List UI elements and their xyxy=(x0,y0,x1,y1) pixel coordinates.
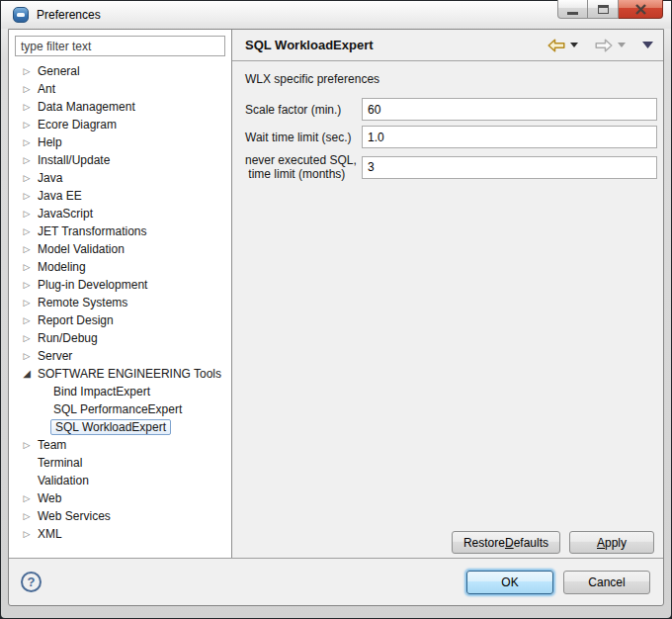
window-controls xyxy=(557,0,663,19)
tree-item-install-update[interactable]: ▷ Install/Update xyxy=(9,151,231,169)
view-menu-icon[interactable] xyxy=(642,42,653,48)
tree-item-team[interactable]: ▷ Team xyxy=(9,436,231,454)
back-icon[interactable] xyxy=(547,39,565,52)
tree-item-java[interactable]: ▷ Java xyxy=(9,169,231,187)
apply-button[interactable]: Apply xyxy=(569,531,654,554)
tree-item-terminal[interactable]: Terminal xyxy=(9,454,231,472)
twisty-collapsed-icon[interactable]: ▷ xyxy=(19,222,35,240)
maximize-button[interactable] xyxy=(588,0,619,19)
tree-item-bind-impactexpert[interactable]: Bind ImpactExpert xyxy=(9,383,231,400)
never-executed-sql-label: never executed SQL, time limit (months) xyxy=(245,153,362,181)
twisty-collapsed-icon[interactable]: ▷ xyxy=(19,276,35,294)
tree-item-ecore-diagram[interactable]: ▷ Ecore Diagram xyxy=(9,116,231,133)
tree-item-model-validation[interactable]: ▷ Model Validation xyxy=(9,240,231,258)
cancel-button[interactable]: Cancel xyxy=(563,571,650,594)
tree-item-report-design[interactable]: ▷ Report Design xyxy=(9,311,231,329)
preferences-tree: ▷ General ▷ Ant ▷ Data Management ▷ Ecor… xyxy=(9,60,231,543)
close-button[interactable] xyxy=(619,0,663,19)
preference-page-panel: SQL WorkloadExpert xyxy=(232,30,663,558)
never-executed-sql-input[interactable] xyxy=(362,156,657,179)
tree-item-jet-transformations[interactable]: ▷ JET Transformations xyxy=(9,222,231,240)
tree-item-data-management[interactable]: ▷ Data Management xyxy=(9,98,231,116)
scale-factor-input[interactable] xyxy=(362,98,657,121)
tree-item-plug-in-development[interactable]: ▷ Plug-in Development xyxy=(9,276,231,294)
twisty-collapsed-icon[interactable]: ▷ xyxy=(19,205,35,222)
twisty-collapsed-icon[interactable]: ▷ xyxy=(19,169,35,187)
tree-item-run-debug[interactable]: ▷ Run/Debug xyxy=(9,329,231,347)
tree-item-web-services[interactable]: ▷ Web Services xyxy=(9,507,231,525)
tree-item-ant[interactable]: ▷ Ant xyxy=(9,80,231,98)
twisty-collapsed-icon[interactable]: ▷ xyxy=(19,240,35,258)
twisty-collapsed-icon[interactable]: ▷ xyxy=(19,347,35,365)
twisty-collapsed-icon[interactable]: ▷ xyxy=(19,116,35,133)
tree-item-validation[interactable]: Validation xyxy=(9,472,231,489)
twisty-collapsed-icon[interactable]: ▷ xyxy=(19,436,35,454)
tree-item-help[interactable]: ▷ Help xyxy=(9,133,231,151)
twisty-collapsed-icon[interactable]: ▷ xyxy=(19,294,35,311)
app-window-icon xyxy=(13,7,29,23)
tree-item-sql-performanceexpert[interactable]: SQL PerformanceExpert xyxy=(9,400,231,418)
help-icon[interactable]: ? xyxy=(21,572,42,592)
tree-item-general[interactable]: ▷ General xyxy=(9,62,231,80)
minimize-button[interactable] xyxy=(557,0,588,19)
twisty-collapsed-icon[interactable]: ▷ xyxy=(19,489,35,507)
tree-item-server[interactable]: ▷ Server xyxy=(9,347,231,365)
tree-item-software-engineering-tools[interactable]: ◢ SOFTWARE ENGINEERING Tools xyxy=(9,365,231,383)
twisty-collapsed-icon[interactable]: ▷ xyxy=(19,133,35,151)
history-nav xyxy=(547,39,653,52)
field-row-wait-time-limit: Wait time limit (sec.) xyxy=(245,126,657,148)
minimize-icon xyxy=(567,12,578,15)
wait-time-limit-label: Wait time limit (sec.) xyxy=(245,131,362,144)
window-title: Preferences xyxy=(37,8,101,22)
content-area: ▷ General ▷ Ant ▷ Data Management ▷ Ecor… xyxy=(9,30,663,558)
twisty-collapsed-icon[interactable]: ▷ xyxy=(19,80,35,98)
tree-item-java-ee[interactable]: ▷ Java EE xyxy=(9,187,231,205)
scale-factor-label: Scale factor (min.) xyxy=(245,103,362,117)
tree-item-remote-systems[interactable]: ▷ Remote Systems xyxy=(9,294,231,311)
twisty-collapsed-icon[interactable]: ▷ xyxy=(19,62,35,80)
back-history-dropdown-icon[interactable] xyxy=(570,43,578,47)
close-icon xyxy=(634,4,647,15)
field-row-scale-factor: Scale factor (min.) xyxy=(245,98,657,121)
ok-button[interactable]: OK xyxy=(466,571,553,594)
tree-item-javascript[interactable]: ▷ JavaScript xyxy=(9,205,231,222)
twisty-expanded-icon[interactable]: ◢ xyxy=(19,365,35,383)
page-button-bar: Restore Defaults Apply xyxy=(452,531,654,554)
group-label: WLX specific preferences xyxy=(245,72,657,86)
twisty-collapsed-icon[interactable]: ▷ xyxy=(19,525,35,543)
filter-wrap xyxy=(9,30,231,60)
forward-icon[interactable] xyxy=(595,39,613,52)
page-header: SQL WorkloadExpert xyxy=(232,30,663,61)
twisty-collapsed-icon[interactable]: ▷ xyxy=(19,329,35,347)
twisty-collapsed-icon[interactable]: ▷ xyxy=(19,507,35,525)
tree-item-sql-workloadexpert[interactable]: SQL WorkloadExpert xyxy=(9,418,231,436)
maximize-icon xyxy=(598,5,609,14)
dialog-button-bar: ? OK Cancel xyxy=(9,558,663,605)
page-title: SQL WorkloadExpert xyxy=(245,38,547,52)
preferences-tree-panel: ▷ General ▷ Ant ▷ Data Management ▷ Ecor… xyxy=(9,30,232,558)
twisty-collapsed-icon[interactable]: ▷ xyxy=(19,311,35,329)
twisty-collapsed-icon[interactable]: ▷ xyxy=(19,151,35,169)
forward-history-dropdown-icon[interactable] xyxy=(618,43,626,47)
filter-input[interactable] xyxy=(15,36,225,56)
footer-buttons: OK Cancel xyxy=(466,571,650,594)
field-row-never-executed-sql: never executed SQL, time limit (months) xyxy=(245,153,657,181)
preference-form: WLX specific preferences Scale factor (m… xyxy=(232,61,663,181)
twisty-collapsed-icon[interactable]: ▷ xyxy=(19,98,35,116)
tree-item-xml[interactable]: ▷ XML xyxy=(9,525,231,543)
preferences-dialog-body: ▷ General ▷ Ant ▷ Data Management ▷ Ecor… xyxy=(8,29,664,606)
restore-defaults-button[interactable]: Restore Defaults xyxy=(452,531,560,554)
wait-time-limit-input[interactable] xyxy=(362,126,657,148)
twisty-collapsed-icon[interactable]: ▷ xyxy=(19,187,35,205)
twisty-collapsed-icon[interactable]: ▷ xyxy=(19,258,35,276)
tree-item-modeling[interactable]: ▷ Modeling xyxy=(9,258,231,276)
tree-item-web[interactable]: ▷ Web xyxy=(9,489,231,507)
